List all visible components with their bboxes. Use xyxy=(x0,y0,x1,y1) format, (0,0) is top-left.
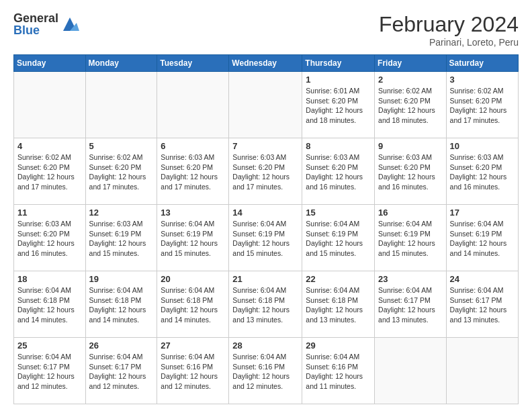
day-info: Sunrise: 6:04 AMSunset: 6:16 PMDaylight:… xyxy=(232,352,298,392)
calendar-cell xyxy=(229,72,302,138)
calendar-cell: 28Sunrise: 6:04 AMSunset: 6:16 PMDayligh… xyxy=(229,338,302,404)
day-info: Sunrise: 6:01 AMSunset: 6:20 PMDaylight:… xyxy=(306,86,371,126)
calendar-week-3: 18Sunrise: 6:04 AMSunset: 6:18 PMDayligh… xyxy=(14,271,519,338)
day-number: 11 xyxy=(17,208,82,218)
calendar-cell: 15Sunrise: 6:04 AMSunset: 6:19 PMDayligh… xyxy=(302,205,375,271)
day-number: 29 xyxy=(306,340,371,351)
day-info: Sunrise: 6:03 AMSunset: 6:20 PMDaylight:… xyxy=(17,219,82,259)
day-info: Sunrise: 6:04 AMSunset: 6:17 PMDaylight:… xyxy=(378,285,443,325)
day-info: Sunrise: 6:03 AMSunset: 6:20 PMDaylight:… xyxy=(306,152,371,192)
day-number: 3 xyxy=(450,75,515,85)
day-number: 10 xyxy=(450,141,515,151)
logo-icon xyxy=(60,15,79,34)
weekday-header-wednesday: Wednesday xyxy=(229,55,302,72)
weekday-header-sunday: Sunday xyxy=(14,55,86,72)
calendar-cell: 11Sunrise: 6:03 AMSunset: 6:20 PMDayligh… xyxy=(14,205,86,271)
calendar-cell: 16Sunrise: 6:04 AMSunset: 6:19 PMDayligh… xyxy=(375,205,447,271)
calendar-cell: 2Sunrise: 6:02 AMSunset: 6:20 PMDaylight… xyxy=(375,72,447,138)
calendar-cell xyxy=(375,338,447,404)
calendar-cell xyxy=(157,72,229,138)
day-info: Sunrise: 6:04 AMSunset: 6:19 PMDaylight:… xyxy=(378,219,443,259)
calendar-cell xyxy=(14,72,86,138)
day-number: 8 xyxy=(306,141,371,151)
calendar-cell: 20Sunrise: 6:04 AMSunset: 6:18 PMDayligh… xyxy=(157,271,229,338)
day-number: 9 xyxy=(378,141,443,151)
day-number: 21 xyxy=(232,274,298,284)
day-number: 24 xyxy=(450,274,515,284)
calendar-week-4: 25Sunrise: 6:04 AMSunset: 6:17 PMDayligh… xyxy=(14,338,519,404)
logo-general: General xyxy=(13,12,58,24)
calendar-cell: 3Sunrise: 6:02 AMSunset: 6:20 PMDaylight… xyxy=(446,72,518,138)
calendar-week-1: 4Sunrise: 6:02 AMSunset: 6:20 PMDaylight… xyxy=(14,138,519,205)
location-subtitle: Parinari, Loreto, Peru xyxy=(379,37,519,48)
day-info: Sunrise: 6:04 AMSunset: 6:18 PMDaylight:… xyxy=(17,285,82,325)
logo: General Blue xyxy=(13,12,79,36)
day-info: Sunrise: 6:03 AMSunset: 6:20 PMDaylight:… xyxy=(450,152,515,192)
calendar-cell: 29Sunrise: 6:04 AMSunset: 6:16 PMDayligh… xyxy=(302,338,375,404)
calendar-cell: 14Sunrise: 6:04 AMSunset: 6:19 PMDayligh… xyxy=(229,205,302,271)
calendar-header: SundayMondayTuesdayWednesdayThursdayFrid… xyxy=(14,55,519,72)
day-number: 5 xyxy=(89,141,154,151)
page-header: General Blue February 2024 Parinari, Lor… xyxy=(13,12,519,48)
calendar-cell: 18Sunrise: 6:04 AMSunset: 6:18 PMDayligh… xyxy=(14,271,86,338)
day-info: Sunrise: 6:04 AMSunset: 6:17 PMDaylight:… xyxy=(450,285,515,325)
day-number: 17 xyxy=(450,208,515,218)
day-number: 18 xyxy=(17,274,82,284)
calendar-cell: 27Sunrise: 6:04 AMSunset: 6:16 PMDayligh… xyxy=(157,338,229,404)
day-number: 26 xyxy=(89,340,154,351)
day-info: Sunrise: 6:04 AMSunset: 6:19 PMDaylight:… xyxy=(232,219,298,259)
calendar-cell xyxy=(85,72,157,138)
day-info: Sunrise: 6:04 AMSunset: 6:18 PMDaylight:… xyxy=(89,285,154,325)
calendar-cell xyxy=(446,338,518,404)
day-info: Sunrise: 6:02 AMSunset: 6:20 PMDaylight:… xyxy=(89,152,154,192)
day-number: 1 xyxy=(306,75,371,85)
calendar-week-2: 11Sunrise: 6:03 AMSunset: 6:20 PMDayligh… xyxy=(14,205,519,271)
day-info: Sunrise: 6:02 AMSunset: 6:20 PMDaylight:… xyxy=(378,86,443,126)
logo-blue: Blue xyxy=(13,24,58,36)
calendar-cell: 17Sunrise: 6:04 AMSunset: 6:19 PMDayligh… xyxy=(446,205,518,271)
day-info: Sunrise: 6:03 AMSunset: 6:20 PMDaylight:… xyxy=(161,152,225,192)
calendar-cell: 26Sunrise: 6:04 AMSunset: 6:17 PMDayligh… xyxy=(85,338,157,404)
weekday-header-tuesday: Tuesday xyxy=(157,55,229,72)
day-info: Sunrise: 6:04 AMSunset: 6:18 PMDaylight:… xyxy=(232,285,298,325)
day-number: 14 xyxy=(232,208,298,218)
calendar-cell: 6Sunrise: 6:03 AMSunset: 6:20 PMDaylight… xyxy=(157,138,229,205)
day-number: 16 xyxy=(378,208,443,218)
month-title: February 2024 xyxy=(379,12,519,37)
day-info: Sunrise: 6:03 AMSunset: 6:20 PMDaylight:… xyxy=(232,152,298,192)
weekday-header-thursday: Thursday xyxy=(302,55,375,72)
day-info: Sunrise: 6:02 AMSunset: 6:20 PMDaylight:… xyxy=(450,86,515,126)
calendar-table: SundayMondayTuesdayWednesdayThursdayFrid… xyxy=(13,54,519,404)
day-number: 27 xyxy=(161,340,225,351)
day-number: 25 xyxy=(17,340,82,351)
calendar-cell: 7Sunrise: 6:03 AMSunset: 6:20 PMDaylight… xyxy=(229,138,302,205)
weekday-header-friday: Friday xyxy=(375,55,447,72)
day-info: Sunrise: 6:03 AMSunset: 6:20 PMDaylight:… xyxy=(378,152,443,192)
day-info: Sunrise: 6:03 AMSunset: 6:19 PMDaylight:… xyxy=(89,219,154,259)
day-info: Sunrise: 6:04 AMSunset: 6:17 PMDaylight:… xyxy=(17,352,82,392)
calendar-cell: 12Sunrise: 6:03 AMSunset: 6:19 PMDayligh… xyxy=(85,205,157,271)
calendar-cell: 1Sunrise: 6:01 AMSunset: 6:20 PMDaylight… xyxy=(302,72,375,138)
day-number: 19 xyxy=(89,274,154,284)
day-number: 28 xyxy=(232,340,298,351)
calendar-cell: 23Sunrise: 6:04 AMSunset: 6:17 PMDayligh… xyxy=(375,271,447,338)
day-number: 20 xyxy=(161,274,225,284)
day-number: 22 xyxy=(306,274,371,284)
calendar-cell: 13Sunrise: 6:04 AMSunset: 6:19 PMDayligh… xyxy=(157,205,229,271)
calendar-cell: 8Sunrise: 6:03 AMSunset: 6:20 PMDaylight… xyxy=(302,138,375,205)
day-info: Sunrise: 6:04 AMSunset: 6:19 PMDaylight:… xyxy=(161,219,225,259)
weekday-header-monday: Monday xyxy=(85,55,157,72)
calendar-cell: 5Sunrise: 6:02 AMSunset: 6:20 PMDaylight… xyxy=(85,138,157,205)
day-info: Sunrise: 6:04 AMSunset: 6:17 PMDaylight:… xyxy=(89,352,154,392)
day-info: Sunrise: 6:04 AMSunset: 6:16 PMDaylight:… xyxy=(306,352,371,392)
calendar-cell: 4Sunrise: 6:02 AMSunset: 6:20 PMDaylight… xyxy=(14,138,86,205)
day-number: 15 xyxy=(306,208,371,218)
day-info: Sunrise: 6:04 AMSunset: 6:18 PMDaylight:… xyxy=(306,285,371,325)
day-number: 13 xyxy=(161,208,225,218)
day-info: Sunrise: 6:04 AMSunset: 6:18 PMDaylight:… xyxy=(161,285,225,325)
calendar-cell: 21Sunrise: 6:04 AMSunset: 6:18 PMDayligh… xyxy=(229,271,302,338)
weekday-header-saturday: Saturday xyxy=(446,55,518,72)
calendar-cell: 19Sunrise: 6:04 AMSunset: 6:18 PMDayligh… xyxy=(85,271,157,338)
day-number: 2 xyxy=(378,75,443,85)
calendar-cell: 9Sunrise: 6:03 AMSunset: 6:20 PMDaylight… xyxy=(375,138,447,205)
